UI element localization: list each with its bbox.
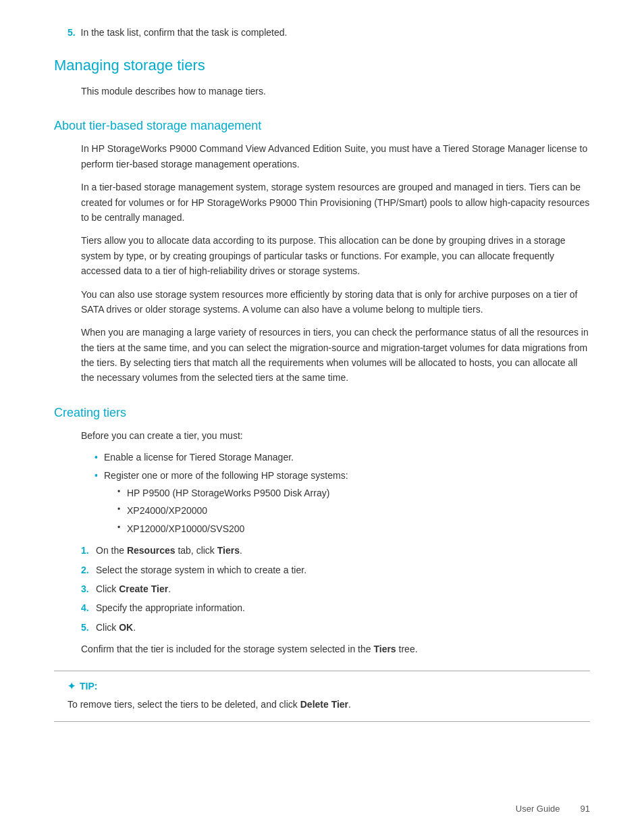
- about-heading: About tier-based storage management: [54, 119, 590, 133]
- tip-label: TIP:: [80, 681, 97, 692]
- about-para-3: Tiers allow you to allocate data accordi…: [54, 233, 590, 278]
- tip-box: ✦ TIP: To remove tiers, select the tiers…: [54, 671, 590, 722]
- tip-content: To remove tiers, select the tiers to be …: [68, 697, 576, 712]
- steps-list: 1. On the Resources tab, click Tiers. 2.…: [54, 543, 590, 635]
- about-para-4: You can also use storage system resource…: [54, 287, 590, 317]
- tip-icon: ✦: [68, 681, 76, 692]
- storage-system-1: HP P9500 (HP StorageWorks P9500 Disk Arr…: [117, 486, 590, 500]
- page-footer: User Guide 91: [516, 804, 590, 814]
- top-step-text: In the task list, confirm that the task …: [81, 27, 288, 38]
- footer-label: User Guide: [516, 804, 560, 814]
- step-5: 5. Click OK.: [81, 620, 590, 635]
- step-3: 3. Click Create Tier.: [81, 581, 590, 596]
- top-step-number: 5.: [68, 27, 76, 38]
- about-section: About tier-based storage management In H…: [54, 119, 590, 385]
- step-2: 2. Select the storage system in which to…: [81, 563, 590, 577]
- top-step: 5. In the task list, confirm that the ta…: [54, 27, 590, 38]
- tip-header: ✦ TIP:: [68, 681, 576, 692]
- managing-heading: Managing storage tiers: [54, 57, 590, 74]
- step-4: 4. Specify the appropriate information.: [81, 600, 590, 615]
- about-para-2: In a tier-based storage management syste…: [54, 180, 590, 225]
- prereq-item-1: Enable a license for Tiered Storage Mana…: [95, 450, 590, 465]
- confirm-text: Confirm that the tier is included for th…: [54, 642, 590, 656]
- about-para-1: In HP StorageWorks P9000 Command View Ad…: [54, 141, 590, 172]
- storage-systems-list: HP P9500 (HP StorageWorks P9500 Disk Arr…: [104, 486, 590, 536]
- step-1: 1. On the Resources tab, click Tiers.: [81, 543, 590, 558]
- footer-page-number: 91: [581, 804, 590, 814]
- storage-system-3: XP12000/XP10000/SVS200: [117, 521, 590, 536]
- storage-system-2: XP24000/XP20000: [117, 503, 590, 518]
- about-para-5: When you are managing a large variety of…: [54, 325, 590, 386]
- prereq-item-2: Register one or more of the following HP…: [95, 468, 590, 537]
- managing-section: Managing storage tiers This module descr…: [54, 57, 590, 99]
- creating-section: Creating tiers Before you can create a t…: [54, 406, 590, 722]
- creating-heading: Creating tiers: [54, 406, 590, 420]
- prereq-intro: Before you can create a tier, you must:: [54, 428, 590, 443]
- managing-intro: This module describes how to manage tier…: [54, 84, 590, 99]
- prerequisites-list: Enable a license for Tiered Storage Mana…: [54, 450, 590, 536]
